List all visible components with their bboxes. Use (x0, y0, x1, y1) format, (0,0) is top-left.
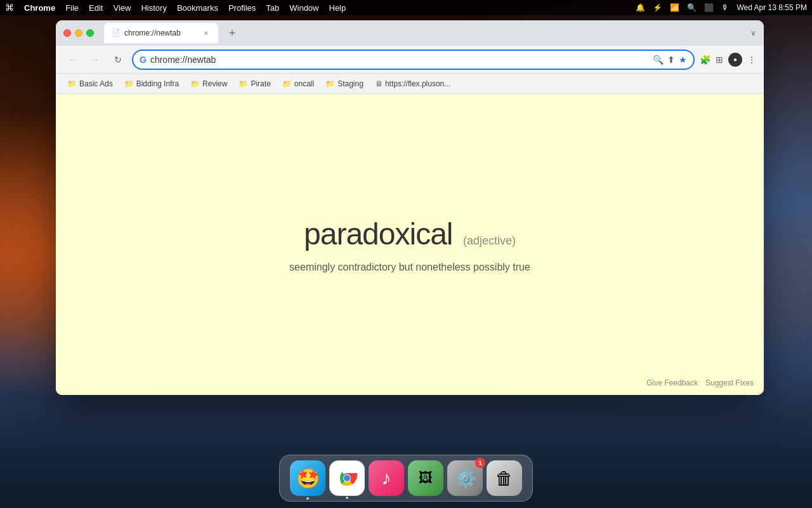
dock-item-finder[interactable]: 🤩 (290, 460, 325, 496)
suggest-fixes-link[interactable]: Suggest Fixes (705, 378, 754, 387)
bookmark-label: Pirate (251, 79, 270, 88)
bookmark-label: Staging (337, 79, 363, 88)
bookmarks-bar: 📁 Basic Ads 📁 Bidding Infra 📁 Review 📁 P… (56, 74, 764, 94)
menubar-edit[interactable]: Edit (89, 3, 103, 13)
extensions-icon[interactable]: 🧩 (700, 55, 710, 65)
word-text: paradoxical (304, 217, 452, 251)
folder-icon: 📁 (239, 79, 248, 88)
word-part-of-speech: (adjective) (463, 234, 516, 247)
browser-toolbar: ← → ↻ G chrome://newtab 🔍 ⬆ ★ 🧩 ⊞ ● ⋮ (56, 46, 764, 74)
page-content: paradoxical (adjective) seemingly contra… (56, 94, 764, 395)
word-definition: seemingly contradictory but nonetheless … (289, 262, 530, 273)
menubar-window[interactable]: Window (289, 3, 318, 13)
menubar-search-icon[interactable]: 🔍 (687, 3, 697, 12)
bookmark-star-icon[interactable]: ★ (679, 55, 687, 65)
bookmark-bidding-infra[interactable]: 📁 Bidding Infra (119, 77, 184, 90)
menubar-tab[interactable]: Tab (266, 3, 279, 13)
menubar-datetime: Wed Apr 13 8:55 PM (737, 3, 807, 12)
bookmark-label: Bidding Infra (136, 79, 179, 88)
dock: 🤩 ♪ 🖼 ⚙️ 1 🗑 (279, 455, 533, 502)
bookmark-label: https://flex.pluson... (385, 79, 450, 88)
url-display[interactable]: chrome://newtab (150, 55, 649, 65)
menubar: ⌘ Chrome File Edit View History Bookmark… (0, 0, 812, 15)
menubar-history[interactable]: History (141, 3, 166, 13)
menubar-notification-icon[interactable]: 🔔 (636, 3, 645, 12)
bookmark-basic-ads[interactable]: 📁 Basic Ads (62, 77, 118, 90)
give-feedback-link[interactable]: Give Feedback (646, 378, 698, 387)
traffic-lights (63, 29, 94, 37)
menubar-battery-icon[interactable]: ⚡ (653, 3, 662, 12)
word-of-the-day: paradoxical (adjective) seemingly contra… (289, 217, 530, 273)
chrome-icon (336, 467, 358, 490)
dock-dot-finder (306, 497, 309, 500)
dock-item-system-prefs[interactable]: ⚙️ 1 (447, 460, 483, 496)
reload-button[interactable]: ↻ (109, 51, 127, 69)
menubar-wifi-icon[interactable]: 📶 (670, 3, 679, 12)
bookmark-pirate[interactable]: 📁 Pirate (233, 77, 275, 90)
menubar-control-center-icon[interactable]: ⬛ (704, 3, 714, 12)
menubar-bookmarks[interactable]: Bookmarks (177, 3, 218, 13)
menubar-profiles[interactable]: Profiles (228, 3, 256, 13)
browser-window: 📄 chrome://newtab × + ∨ ← → ↻ G chrome:/… (56, 20, 764, 395)
profile-avatar[interactable]: ● (728, 53, 742, 67)
bookmark-review[interactable]: 📁 Review (185, 77, 232, 90)
dock-dot-chrome (346, 497, 348, 499)
folder-icon: 📁 (325, 79, 335, 88)
browser-tab-active[interactable]: 📄 chrome://newtab × (104, 23, 218, 43)
new-tab-button[interactable]: + (223, 24, 241, 42)
minimize-button[interactable] (75, 29, 82, 37)
bookmark-oncall[interactable]: 📁 oncall (277, 77, 319, 90)
dock-item-chrome[interactable] (329, 460, 365, 496)
folder-icon: 📁 (124, 79, 134, 88)
dock-item-music[interactable]: ♪ (369, 460, 404, 496)
google-logo: G (140, 55, 147, 65)
bookmark-label: Review (202, 79, 227, 88)
browser-titlebar: 📄 chrome://newtab × + ∨ (56, 20, 764, 46)
preview-icon: 🖼 (419, 470, 433, 486)
page-search-icon[interactable]: 🔍 (653, 55, 664, 65)
bookmark-staging[interactable]: 📁 Staging (320, 77, 369, 90)
trash-icon: 🗑 (495, 468, 513, 489)
system-prefs-icon: ⚙️ (454, 468, 476, 489)
website-icon: 🖥 (375, 79, 383, 88)
bookmark-label: oncall (294, 79, 314, 88)
music-icon: ♪ (382, 467, 391, 489)
page-footer: Give Feedback Suggest Fixes (646, 378, 754, 387)
bookmark-flex-pluson[interactable]: 🖥 https://flex.pluson... (370, 77, 455, 90)
maximize-button[interactable] (86, 29, 94, 37)
folder-icon: 📁 (67, 79, 77, 88)
tab-overflow-button[interactable]: ∨ (750, 29, 756, 37)
menubar-view[interactable]: View (113, 3, 131, 13)
system-prefs-badge: 1 (475, 458, 485, 468)
split-view-icon[interactable]: ⊞ (716, 55, 723, 65)
finder-icon: 🤩 (296, 467, 320, 490)
dock-item-preview[interactable]: 🖼 (408, 460, 443, 496)
forward-button[interactable]: → (86, 51, 104, 69)
bookmark-label: Basic Ads (79, 79, 113, 88)
menubar-app-name[interactable]: Chrome (24, 3, 55, 13)
back-button[interactable]: ← (63, 51, 81, 69)
folder-icon: 📁 (282, 79, 292, 88)
address-bar[interactable]: G chrome://newtab 🔍 ⬆ ★ (132, 50, 695, 70)
share-icon[interactable]: ⬆ (667, 55, 675, 65)
close-button[interactable] (63, 29, 71, 37)
menubar-siri-icon[interactable]: 🎙 (721, 3, 729, 12)
menubar-file[interactable]: File (65, 3, 79, 13)
svg-point-3 (344, 475, 350, 481)
apple-menu[interactable]: ⌘ (5, 3, 14, 13)
tab-favicon: 📄 (112, 29, 121, 37)
tab-close-button[interactable]: × (202, 29, 211, 37)
menubar-help[interactable]: Help (329, 3, 346, 13)
folder-icon: 📁 (190, 79, 200, 88)
dock-item-trash[interactable]: 🗑 (487, 460, 522, 496)
tab-title: chrome://newtab (124, 29, 198, 37)
chrome-menu-icon[interactable]: ⋮ (747, 55, 756, 65)
